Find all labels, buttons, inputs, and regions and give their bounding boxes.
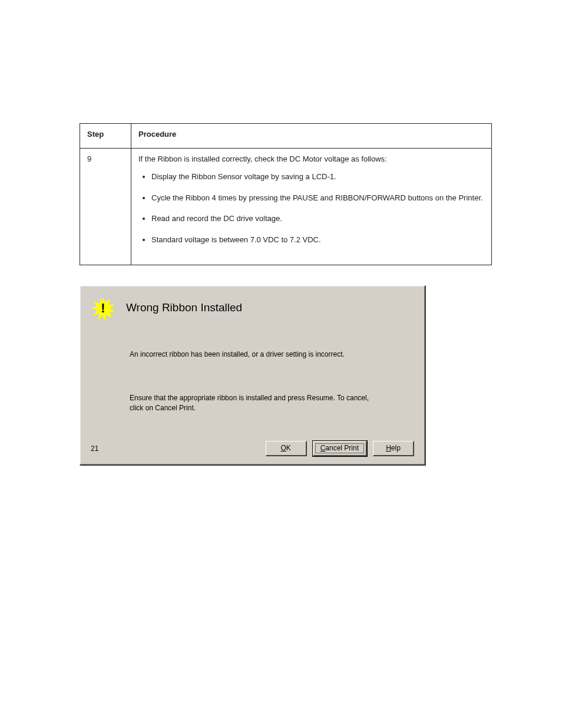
error-dialog: ! Wrong Ribbon Installed An incorrect ri… bbox=[80, 285, 426, 466]
list-item: Standard voltage is between 7.0 VDC to 7… bbox=[151, 235, 484, 245]
dialog-message-primary: An incorrect ribbon has been installed, … bbox=[130, 350, 383, 359]
col-header-step: Step bbox=[80, 124, 131, 149]
dialog-message-secondary: Ensure that the appropriate ribbon is in… bbox=[130, 393, 383, 412]
help-button[interactable]: Help bbox=[373, 441, 414, 456]
procedure-cell: If the Ribbon is installed correctly, ch… bbox=[131, 149, 492, 265]
procedure-lead-text: If the Ribbon is installed correctly, ch… bbox=[138, 154, 484, 163]
list-item: Cycle the Ribbon 4 times by pressing the… bbox=[151, 193, 484, 203]
col-header-procedure: Procedure bbox=[131, 124, 492, 149]
table-row: 9 If the Ribbon is installed correctly, … bbox=[80, 149, 492, 265]
list-item: Read and record the DC drive voltage. bbox=[151, 213, 484, 224]
procedure-bullet-list: Display the Ribbon Sensor voltage by sav… bbox=[138, 172, 484, 245]
ok-button[interactable]: OK bbox=[266, 441, 307, 456]
cancel-print-button[interactable]: Cancel Print bbox=[313, 441, 367, 456]
list-item: Display the Ribbon Sensor voltage by sav… bbox=[151, 172, 484, 182]
step-number-cell: 9 bbox=[80, 149, 131, 265]
procedure-table: Step Procedure 9 If the Ribbon is instal… bbox=[80, 123, 492, 265]
error-code-label: 21 bbox=[91, 444, 98, 453]
warning-burst-icon: ! bbox=[91, 297, 115, 321]
dialog-title: Wrong Ribbon Installed bbox=[126, 301, 242, 314]
